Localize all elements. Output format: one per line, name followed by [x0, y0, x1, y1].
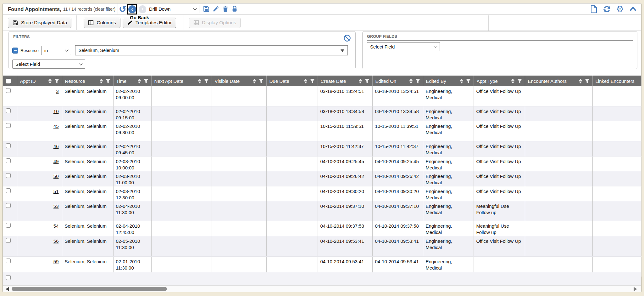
delete-view-icon[interactable]	[222, 5, 229, 12]
column-header[interactable]: Appt ID	[17, 76, 62, 87]
filter-funnel-icon[interactable]	[585, 78, 590, 84]
clear-filter-link[interactable]: clear filter	[95, 7, 114, 12]
column-header[interactable]: Due Date	[266, 76, 318, 87]
table-footer-row	[3, 272, 641, 285]
appt-id-link[interactable]: 59	[53, 259, 59, 264]
column-header[interactable]: Edited On	[372, 76, 423, 87]
row-checkbox[interactable]	[6, 143, 11, 148]
column-header[interactable]: Encounter Authors	[525, 76, 592, 87]
scroll-left-arrow-icon[interactable]	[6, 287, 9, 291]
sort-icon[interactable]	[460, 79, 463, 83]
display-options-button[interactable]: Display Options	[189, 18, 241, 28]
row-checkbox[interactable]	[6, 238, 11, 243]
refresh-icon[interactable]	[603, 5, 611, 13]
sort-icon[interactable]	[579, 79, 582, 83]
cell-edited-by: Engineering, Medical	[423, 201, 474, 221]
filter-funnel-icon[interactable]	[143, 78, 149, 84]
row-checkbox[interactable]	[6, 88, 11, 93]
appt-id-link[interactable]: 50	[53, 174, 59, 179]
sort-down-triangle	[198, 82, 201, 83]
appointments-table: Appt ID Resource	[3, 76, 641, 276]
row-checkbox[interactable]	[6, 123, 11, 128]
remove-filter-button[interactable]	[12, 48, 18, 54]
filter-funnel-icon[interactable]	[105, 78, 111, 84]
filter-value-combo[interactable]: Selenium, Selenium	[75, 45, 348, 55]
undo-icon[interactable]: ↺	[118, 3, 127, 15]
cell-time: 02-04-2010 11:30:00	[113, 201, 151, 221]
column-header[interactable]: Next Apt Date	[151, 76, 212, 87]
row-checkbox[interactable]	[6, 158, 11, 163]
appt-id-link[interactable]: 46	[53, 144, 59, 149]
column-header[interactable]: Create Date	[318, 76, 372, 87]
column-header[interactable]: Visible Date	[212, 76, 266, 87]
footer-checkbox[interactable]	[6, 275, 11, 280]
sort-icon[interactable]	[198, 79, 201, 83]
title-bar: Found Appointments, 11 / 14 records (cle…	[3, 3, 641, 15]
appt-id-link[interactable]: 51	[53, 189, 59, 194]
go-back-button[interactable]: ‹	[128, 5, 136, 13]
columns-button[interactable]: Columns	[84, 18, 120, 28]
appt-id-link[interactable]: 54	[53, 223, 59, 229]
store-displayed-data-button[interactable]: Store Displayed Data	[8, 18, 71, 28]
filter-operator-select[interactable]: in	[41, 46, 71, 55]
filter-funnel-icon[interactable]	[517, 78, 522, 84]
cell-checkbox	[3, 221, 17, 236]
new-document-icon[interactable]	[590, 5, 597, 13]
sort-icon[interactable]	[48, 79, 52, 83]
sort-icon[interactable]	[253, 79, 256, 83]
edit-view-icon[interactable]	[213, 5, 219, 12]
lock-icon[interactable]	[231, 5, 238, 12]
appt-id-link[interactable]: 53	[53, 203, 59, 209]
table-header-row: Appt ID Resource	[3, 76, 641, 87]
filter-funnel-icon[interactable]	[415, 78, 420, 84]
filter-funnel-icon[interactable]	[466, 78, 471, 84]
column-header[interactable]: Appt Type	[474, 76, 525, 87]
sort-down-triangle	[48, 82, 52, 83]
collapse-chevron-up-icon[interactable]	[629, 6, 637, 13]
cell-appt-id: 51	[17, 186, 62, 201]
row-checkbox[interactable]	[6, 259, 11, 263]
drill-down-select[interactable]: Drill Down	[146, 5, 199, 13]
group-field-select[interactable]: Select Field	[367, 42, 440, 51]
scroll-right-arrow-icon[interactable]	[634, 287, 637, 291]
go-forward-button[interactable]: ›	[138, 5, 147, 13]
sort-icon[interactable]	[304, 79, 307, 83]
sort-icon[interactable]	[511, 79, 514, 83]
filter-funnel-icon[interactable]	[54, 78, 59, 84]
disable-filters-icon[interactable]	[343, 34, 351, 42]
add-filter-field-select[interactable]: Select Field	[12, 60, 85, 69]
sort-down-triangle	[138, 82, 141, 83]
select-all-checkbox[interactable]	[6, 79, 11, 83]
filter-funnel-icon[interactable]	[364, 78, 370, 84]
filter-funnel-icon[interactable]	[204, 78, 209, 84]
page-title: Found Appointments,	[8, 6, 61, 12]
appt-id-link[interactable]: 56	[53, 238, 59, 244]
sort-icon[interactable]	[100, 79, 103, 83]
sort-icon[interactable]	[409, 79, 413, 83]
column-header[interactable]: Resource	[62, 76, 113, 87]
appt-id-link[interactable]: 10	[53, 109, 59, 114]
row-checkbox[interactable]	[6, 223, 11, 228]
cell-due-date	[266, 156, 318, 171]
cell-checkbox	[3, 121, 17, 141]
row-checkbox[interactable]	[6, 188, 11, 193]
filter-funnel-icon[interactable]	[258, 78, 264, 84]
sort-icon[interactable]	[138, 79, 141, 83]
appt-id-link[interactable]: 3	[56, 88, 58, 94]
row-checkbox[interactable]	[6, 203, 11, 208]
cell-due-date	[266, 201, 318, 221]
row-checkbox[interactable]	[6, 108, 11, 113]
appt-id-link[interactable]: 49	[53, 159, 59, 164]
cell-encounter-authors	[525, 236, 592, 256]
row-checkbox[interactable]	[6, 173, 11, 178]
gear-icon[interactable]: ⚙	[616, 5, 624, 13]
filter-funnel-icon[interactable]	[310, 78, 315, 84]
scrollbar-thumb[interactable]	[12, 287, 167, 291]
sort-icon[interactable]	[359, 79, 362, 83]
column-header[interactable]: Linked Encounters	[592, 76, 641, 87]
save-view-icon[interactable]	[203, 5, 210, 12]
column-header[interactable]: Time	[113, 76, 151, 87]
column-header[interactable]: Edited By	[423, 76, 474, 87]
group-fields-panel: GROUP FIELDS Select Field	[362, 31, 637, 69]
appt-id-link[interactable]: 45	[53, 123, 59, 129]
